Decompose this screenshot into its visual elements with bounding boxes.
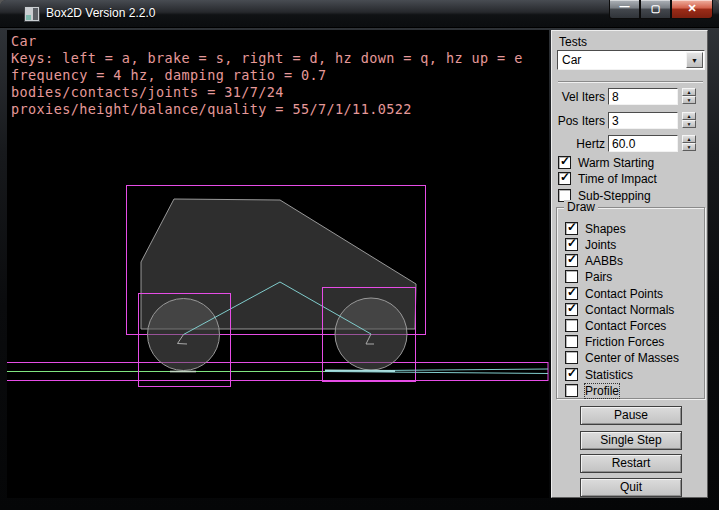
checkbox-box[interactable] — [565, 335, 578, 348]
check-icon: ✓ — [567, 285, 577, 299]
vel-iters-row: Vel Iters ▲ ▼ — [552, 88, 709, 105]
check-icon: ✓ — [567, 236, 577, 250]
vel-iters-input[interactable] — [608, 88, 678, 105]
checkbox-label: Contact Points — [585, 287, 663, 301]
minimize-icon: — — [620, 1, 630, 12]
pos-iters-input[interactable] — [608, 112, 678, 129]
spin-up-icon[interactable]: ▲ — [682, 112, 696, 120]
check-icon: ✓ — [560, 154, 570, 168]
separator — [558, 81, 703, 83]
spin-up-icon[interactable]: ▲ — [682, 88, 696, 96]
proxies-stats: proxies/height/balance/quality = 55/7/1/… — [11, 101, 412, 117]
checkbox-box[interactable]: ✓ — [565, 303, 578, 316]
vel-iters-stepper[interactable]: ▲ ▼ — [682, 88, 696, 105]
pause-button[interactable]: Pause — [580, 406, 682, 425]
checkbox-box[interactable]: ✓ — [565, 254, 578, 267]
dropdown-button[interactable]: ▼ — [686, 52, 703, 68]
checkbox-label: Warm Starting — [578, 156, 654, 170]
hertz-label: Hertz — [552, 137, 605, 151]
spin-down-icon[interactable]: ▼ — [682, 120, 696, 128]
checkbox-label: AABBs — [585, 254, 623, 268]
quit-button[interactable]: Quit — [580, 478, 682, 497]
checkbox-label: Statistics — [585, 368, 633, 382]
draw-group-title: Draw — [564, 200, 598, 214]
check-icon: ✓ — [567, 252, 577, 266]
keys-help: Keys: left = a, brake = s, right = d, hz… — [11, 50, 523, 66]
maximize-button[interactable]: ▢ — [640, 0, 671, 19]
simulation-canvas[interactable]: Car Keys: left = a, brake = s, right = d… — [7, 30, 549, 498]
joint-overlap-segment — [325, 371, 395, 372]
frequency-line: frequency = 4 hz, damping ratio = 0.7 — [11, 67, 327, 83]
close-button[interactable]: ✕ — [671, 0, 713, 19]
pos-iters-label: Pos Iters — [552, 114, 605, 128]
checkbox-label: Shapes — [585, 222, 626, 236]
checkbox-box[interactable] — [565, 270, 578, 283]
app-icon — [24, 6, 40, 22]
checkbox-label: Joints — [585, 238, 616, 252]
tests-dropdown[interactable]: Car ▼ — [557, 50, 705, 70]
close-icon: ✕ — [687, 2, 696, 14]
tests-label: Tests — [559, 35, 587, 49]
control-panel: Tests Car ▼ Vel Iters ▲ ▼ Pos Iters ▲ ▼ … — [551, 30, 708, 498]
checkbox-label: Profile — [585, 384, 619, 398]
checkbox-label: Pairs — [585, 270, 612, 284]
pos-iters-stepper[interactable]: ▲ ▼ — [682, 112, 696, 129]
bridge-joint-line — [325, 372, 548, 374]
checkbox-box[interactable]: ✓ — [565, 222, 578, 235]
check-icon: ✓ — [567, 366, 577, 380]
checkbox-label: Contact Normals — [585, 303, 674, 317]
checkbox-box[interactable]: ✓ — [565, 238, 578, 251]
check-icon: ✓ — [560, 170, 570, 184]
maximize-icon: ▢ — [651, 3, 660, 14]
window-title: Box2D Version 2.2.0 — [46, 0, 155, 28]
checkbox-box[interactable]: ✓ — [565, 368, 578, 381]
check-icon: ✓ — [567, 301, 577, 315]
checkbox-box[interactable] — [565, 319, 578, 332]
app-window: Box2D Version 2.2.0 — ▢ ✕ — [0, 0, 719, 510]
checkbox-box[interactable] — [565, 384, 578, 397]
checkbox-box[interactable]: ✓ — [558, 156, 571, 169]
spin-down-icon[interactable]: ▼ — [682, 143, 696, 151]
test-title: Car — [11, 33, 37, 49]
hertz-stepper[interactable]: ▲ ▼ — [682, 135, 696, 152]
checkbox-box[interactable]: ✓ — [558, 172, 571, 185]
spin-down-icon[interactable]: ▼ — [682, 96, 696, 104]
tests-selected-value: Car — [562, 53, 581, 67]
checkbox-label: Center of Masses — [585, 351, 679, 365]
checkbox-label: Time of Impact — [578, 172, 657, 186]
checkbox-label: Friction Forces — [585, 335, 664, 349]
single-step-button[interactable]: Single Step — [580, 431, 682, 450]
title-bar[interactable]: Box2D Version 2.2.0 — ▢ ✕ — [0, 0, 719, 28]
checkbox-box[interactable]: ✓ — [565, 287, 578, 300]
checkbox-label: Contact Forces — [585, 319, 666, 333]
chevron-down-icon: ▼ — [691, 57, 698, 64]
hertz-row: Hertz ▲ ▼ — [552, 135, 709, 152]
draw-group: Draw ✓ Shapes ✓ Joints ✓ AABBs Pairs ✓ C… — [556, 207, 705, 399]
spin-up-icon[interactable]: ▲ — [682, 135, 696, 143]
check-icon: ✓ — [567, 220, 577, 234]
hertz-input[interactable] — [608, 135, 678, 152]
checkbox-box[interactable] — [565, 351, 578, 364]
vel-iters-label: Vel Iters — [552, 90, 605, 104]
debug-stats-text: Car Keys: left = a, brake = s, right = d… — [11, 33, 523, 118]
restart-button[interactable]: Restart — [580, 454, 682, 473]
bodies-stats: bodies/contacts/joints = 31/7/24 — [11, 84, 284, 100]
pos-iters-row: Pos Iters ▲ ▼ — [552, 112, 709, 129]
minimize-button[interactable]: — — [609, 0, 640, 19]
